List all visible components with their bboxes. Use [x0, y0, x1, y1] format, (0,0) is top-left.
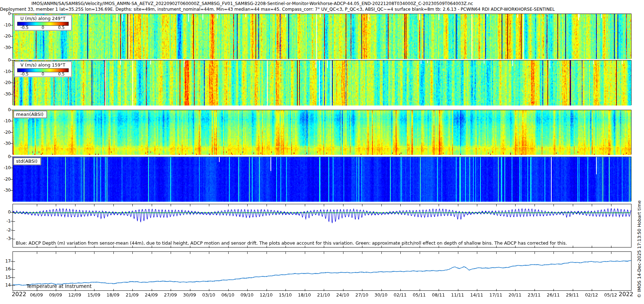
x-tick-label: 02/11 — [392, 292, 408, 298]
temperature-plot — [13, 252, 631, 291]
panel-u-velocity: U (m/s) along 249°T -0.500.5 — [13, 14, 631, 59]
y-tick-label: -1 — [1, 219, 11, 224]
y-tick-label: 15 — [1, 275, 11, 280]
x-tick-label: 15/10 — [277, 292, 293, 298]
x-tick-label: 06/10 — [220, 292, 236, 298]
x-tick-label: 30/10 — [373, 292, 389, 298]
panel-depth-variation: Blue: ADCP Depth (m) variation from sens… — [13, 204, 631, 247]
y-tick-mark — [10, 221, 13, 221]
panel-std-absi: std(ABSI) — [13, 157, 631, 201]
u-legend-title: U (m/s) along 249°T — [15, 16, 71, 21]
depth-variation-note: Blue: ADCP Depth (m) variation from sens… — [16, 240, 567, 246]
x-tick-label: 02/12 — [583, 292, 600, 298]
y-tick-mark — [10, 25, 13, 25]
x-tick-label: 18/10 — [296, 292, 313, 298]
x-tick-label: 06/09 — [28, 292, 45, 298]
y-tick-label: -2 — [1, 227, 11, 232]
colorbar-tick-label: 0.5 — [58, 25, 64, 30]
y-tick-label: -30 — [1, 92, 11, 97]
x-tick-label: 18/09 — [105, 292, 121, 298]
y-tick-mark — [10, 285, 13, 285]
std-absi-label: std(ABSI) — [14, 158, 41, 165]
y-tick-mark — [10, 48, 13, 48]
y-tick-label: -30 — [1, 188, 11, 193]
x-tick-label: 09/10 — [239, 292, 255, 298]
y-tick-label: 0 — [1, 58, 11, 63]
y-tick-mark — [10, 83, 13, 83]
y-tick-mark — [10, 60, 13, 60]
v-colorbar-ticks: -0.500.5 — [17, 72, 69, 76]
x-tick-label: 12/09 — [67, 292, 83, 298]
y-tick-label: -10 — [1, 69, 11, 74]
temperature-label: Temperature at Instrument — [26, 283, 92, 289]
panel-v-velocity: V (m/s) along 159°T -0.500.5 — [13, 60, 631, 105]
y-tick-label: -20 — [1, 177, 11, 182]
y-tick-label: 0 — [1, 154, 11, 159]
u-colorbar-ticks: -0.500.5 — [17, 25, 69, 30]
y-tick-label: 14 — [1, 283, 11, 288]
v-velocity-heatmap — [13, 60, 631, 106]
y-tick-label: 0 — [1, 107, 11, 112]
x-axis-year-left: 2022 — [11, 291, 27, 298]
x-tick-label: 05/11 — [411, 292, 428, 298]
y-tick-mark — [10, 230, 13, 230]
x-tick-label: 17/11 — [488, 292, 504, 298]
y-tick-mark — [10, 132, 13, 133]
u-colorbar-legend: U (m/s) along 249°T -0.500.5 — [14, 15, 72, 30]
y-tick-mark — [10, 94, 13, 94]
y-tick-mark — [10, 36, 13, 36]
u-velocity-heatmap — [13, 14, 631, 59]
y-tick-mark — [10, 110, 13, 110]
y-tick-mark — [10, 179, 13, 180]
v-colorbar-legend: V (m/s) along 159°T -0.500.5 — [14, 62, 72, 77]
x-tick-label: 03/10 — [200, 292, 217, 298]
y-tick-label: -10 — [1, 165, 11, 170]
y-tick-mark — [10, 72, 13, 72]
panel-temperature: Temperature at Instrument — [13, 251, 631, 291]
std-absi-heatmap — [13, 157, 631, 202]
y-tick-label: 0 — [1, 11, 11, 16]
colorbar-tick-label: 0 — [42, 25, 44, 30]
colorbar-tick-label: 0.5 — [58, 72, 64, 77]
y-tick-mark — [10, 143, 13, 144]
y-tick-mark — [10, 190, 13, 191]
y-tick-label: -3 — [1, 236, 11, 241]
mean-absi-heatmap — [13, 110, 631, 155]
y-tick-label: 0 — [1, 210, 11, 215]
y-tick-label: -20 — [1, 80, 11, 85]
x-tick-label: 27/10 — [353, 292, 370, 298]
y-tick-label: 17 — [1, 259, 11, 264]
x-tick-label: 23/11 — [526, 292, 542, 298]
x-tick-label: 20/11 — [507, 292, 523, 298]
y-tick-mark — [10, 239, 13, 239]
imos-watermark: © IMOS 14-Dec-2025 17:13:50 Hobart time — [636, 200, 642, 298]
y-tick-mark — [10, 168, 13, 168]
x-tick-label: 11/11 — [449, 292, 466, 298]
x-tick-label: 12/10 — [258, 292, 274, 298]
figure-subtitle-deployment: Deployment 33, member 1 lat=35.25S lon=1… — [0, 7, 504, 12]
colorbar-tick-label: -0.5 — [20, 25, 28, 30]
y-tick-mark — [10, 157, 13, 157]
y-tick-mark — [10, 269, 13, 269]
x-tick-label: 29/11 — [564, 292, 581, 298]
y-tick-label: -10 — [1, 23, 11, 28]
x-tick-label: 21/10 — [315, 292, 332, 298]
x-tick-label: 24/09 — [143, 292, 160, 298]
x-tick-label: 27/09 — [162, 292, 179, 298]
y-tick-label: -30 — [1, 45, 11, 50]
x-tick-label: 30/09 — [181, 292, 198, 298]
x-tick-label: 08/11 — [430, 292, 447, 298]
x-tick-label: 15/09 — [86, 292, 102, 298]
x-tick-label: 26/11 — [545, 292, 561, 298]
figure-title-filename: IMOS/ANMN/SA/SAM8SG/Velocity/IMOS_ANMN-S… — [0, 1, 504, 6]
panel-mean-absi: mean(ABSI) — [13, 110, 631, 155]
x-tick-label: 05/12 — [602, 292, 619, 298]
mean-absi-label: mean(ABSI) — [14, 111, 47, 118]
v-legend-title: V (m/s) along 159°T — [15, 62, 71, 68]
x-tick-label: 24/10 — [335, 292, 351, 298]
y-tick-mark — [10, 261, 13, 261]
y-tick-label: -20 — [1, 34, 11, 39]
x-tick-label: 09/09 — [47, 292, 64, 298]
y-tick-mark — [10, 277, 13, 278]
y-tick-label: -30 — [1, 141, 11, 146]
